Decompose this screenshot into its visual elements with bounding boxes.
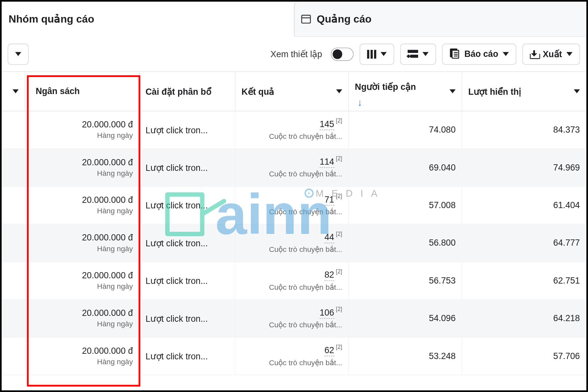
cell-reach: 57.008	[349, 187, 462, 224]
budget-value: 20.000.000 đ	[82, 308, 133, 318]
reach-value: 56.753	[429, 276, 456, 286]
result-footnote: [2]	[336, 230, 342, 237]
result-footnote: [2]	[336, 192, 342, 199]
attribution-value: Lượt click tron...	[146, 351, 229, 361]
budget-period: Hàng ngày	[97, 207, 133, 216]
tab-ad[interactable]: Quảng cáo	[294, 2, 586, 37]
header-impressions[interactable]: Lượt hiển thị	[462, 72, 586, 111]
reach-value: 53.248	[429, 351, 456, 361]
cell-reach: 56.753	[349, 262, 462, 299]
impressions-value: 64.218	[553, 313, 580, 323]
cell-results: 106[2]Cuộc trò chuyện bắt...	[236, 300, 349, 337]
tab-adset-label: Nhóm quảng cáo	[8, 13, 94, 25]
data-table: Ngân sách Cài đặt phân bổ Kết quả Người …	[2, 72, 586, 375]
result-footnote: [2]	[336, 268, 342, 274]
header-reach[interactable]: Người tiếp cận ↓	[349, 72, 462, 111]
table-row[interactable]: 20.000.000 đHàng ngàyLượt click tron...6…	[2, 337, 586, 375]
breakdown-button[interactable]	[400, 43, 436, 64]
table-row[interactable]: 20.000.000 đHàng ngàyLượt click tron...1…	[2, 111, 586, 149]
cell-impressions: 74.969	[462, 149, 586, 186]
columns-icon	[367, 50, 376, 58]
budget-period: Hàng ngày	[97, 282, 133, 291]
cell-impressions: 57.706	[462, 337, 586, 375]
reach-value: 74.080	[429, 125, 456, 135]
cell-attribution: Lượt click tron...	[139, 337, 236, 375]
result-value: 114	[319, 156, 334, 168]
budget-value: 20.000.000 đ	[82, 195, 133, 205]
result-sublabel: Cuộc trò chuyện bắt...	[269, 169, 342, 178]
columns-button[interactable]	[360, 43, 394, 64]
table-row[interactable]: 20.000.000 đHàng ngàyLượt click tron...7…	[2, 187, 586, 224]
result-sublabel: Cuộc trò chuyện bắt...	[269, 245, 342, 254]
impressions-value: 64.777	[553, 238, 580, 248]
chevron-down-icon	[422, 52, 429, 56]
dropdown-button[interactable]	[8, 43, 29, 64]
cell-results: 71[2]Cuộc trò chuyện bắt...	[236, 187, 349, 224]
sort-descending-icon: ↓	[357, 98, 416, 108]
chevron-down-icon	[566, 52, 573, 56]
result-footnote: [2]	[336, 306, 342, 312]
header-dropdown[interactable]	[2, 72, 25, 111]
cell-attribution: Lượt click tron...	[139, 224, 236, 262]
table-header: Ngân sách Cài đặt phân bổ Kết quả Người …	[2, 72, 586, 111]
cell-results: 44[2]Cuộc trò chuyện bắt...	[236, 224, 349, 262]
table-row[interactable]: 20.000.000 đHàng ngàyLượt click tron...1…	[2, 300, 586, 337]
view-setup-toggle[interactable]	[331, 47, 353, 60]
cell-impressions: 64.218	[462, 300, 586, 337]
table-body: 20.000.000 đHàng ngàyLượt click tron...1…	[2, 111, 586, 375]
row-spacer	[2, 111, 25, 149]
header-results[interactable]: Kết quả	[236, 72, 349, 111]
chevron-down-icon	[449, 89, 456, 93]
header-attribution[interactable]: Cài đặt phân bổ	[139, 72, 236, 111]
result-footnote: [2]	[336, 343, 342, 350]
cell-reach: 74.080	[349, 111, 462, 149]
cell-budget: 20.000.000 đHàng ngày	[25, 337, 139, 375]
impressions-value: 84.373	[553, 125, 580, 135]
table-row[interactable]: 20.000.000 đHàng ngàyLượt click tron...1…	[2, 149, 586, 187]
budget-value: 20.000.000 đ	[82, 346, 133, 356]
result-value: 44	[324, 232, 334, 243]
result-value: 145	[319, 119, 334, 130]
export-label: Xuất	[543, 49, 562, 59]
chevron-down-icon	[12, 89, 19, 93]
result-sublabel: Cuộc trò chuyện bắt...	[269, 283, 342, 292]
cell-impressions: 61.404	[462, 187, 586, 224]
chevron-down-icon	[574, 89, 580, 93]
impressions-value: 61.404	[553, 200, 580, 210]
cell-impressions: 62.751	[462, 262, 586, 299]
report-icon	[449, 49, 460, 59]
reports-button[interactable]: Báo cáo	[442, 43, 516, 64]
attribution-value: Lượt click tron...	[146, 238, 229, 248]
budget-value: 20.000.000 đ	[82, 120, 133, 130]
table-row[interactable]: 20.000.000 đHàng ngàyLượt click tron...8…	[2, 262, 586, 300]
export-button[interactable]: Xuất	[522, 43, 580, 64]
tabs-row: Nhóm quảng cáo Quảng cáo	[2, 2, 586, 37]
cell-attribution: Lượt click tron...	[139, 149, 236, 186]
chevron-down-icon	[381, 52, 387, 56]
chevron-down-icon	[15, 52, 21, 56]
reach-value: 56.800	[429, 238, 456, 248]
reach-value: 57.008	[429, 200, 456, 210]
budget-value: 20.000.000 đ	[82, 270, 133, 281]
table-row[interactable]: 20.000.000 đHàng ngàyLượt click tron...4…	[2, 224, 586, 262]
cell-budget: 20.000.000 đHàng ngày	[25, 187, 139, 224]
breakdown-icon	[408, 50, 418, 58]
budget-period: Hàng ngày	[97, 358, 133, 367]
result-value: 62	[324, 345, 334, 356]
cell-results: 82[2]Cuộc trò chuyện bắt...	[236, 262, 349, 299]
budget-period: Hàng ngày	[97, 169, 133, 178]
impressions-value: 62.751	[553, 276, 580, 286]
attribution-value: Lượt click tron...	[146, 200, 229, 210]
tab-adset[interactable]: Nhóm quảng cáo	[2, 2, 294, 37]
header-budget[interactable]: Ngân sách	[25, 72, 139, 111]
tab-ad-label: Quảng cáo	[317, 13, 372, 25]
attribution-value: Lượt click tron...	[146, 275, 229, 286]
cell-attribution: Lượt click tron...	[139, 187, 236, 224]
impressions-value: 74.969	[553, 163, 580, 173]
cell-reach: 69.040	[349, 149, 462, 186]
result-footnote: [2]	[336, 117, 342, 124]
chevron-down-icon	[503, 52, 509, 56]
budget-period: Hàng ngày	[97, 244, 133, 253]
row-spacer	[2, 262, 25, 299]
toolbar: Xem thiết lập Báo cáo Xuất	[2, 37, 586, 72]
